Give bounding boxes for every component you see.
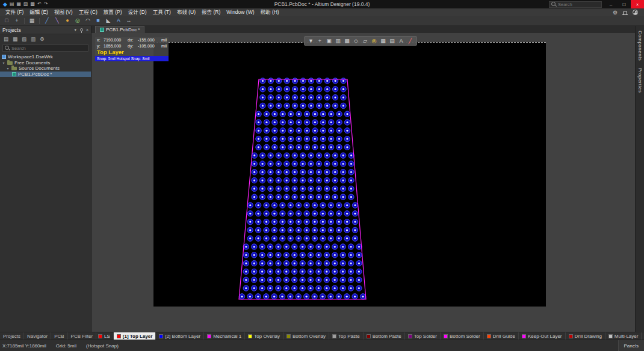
layer-tab-drill-guide[interactable]: Drill Guide: [484, 332, 519, 340]
layer-tab-label: Drill Guide: [493, 334, 515, 339]
layer-tab-multi-layer[interactable]: Multi-Layer: [605, 332, 642, 340]
chevron-down-icon[interactable]: ▾: [6, 66, 10, 70]
layer-tab-bottom-overlay[interactable]: Bottom Overlay: [283, 332, 329, 340]
save-project-icon[interactable]: ▤: [4, 36, 8, 42]
layer-tab-top-paste[interactable]: Top Paste: [329, 332, 364, 340]
projects-search[interactable]: [2, 44, 88, 52]
menu-view[interactable]: 视图 (V): [51, 8, 76, 16]
user-account-icon[interactable]: [633, 10, 638, 15]
layer-tab-label: Bottom Paste: [373, 334, 401, 339]
chevron-down-icon[interactable]: ▾: [2, 61, 5, 65]
tree-item-label: Source Documents: [19, 66, 60, 71]
dimension-tool-icon[interactable]: ↔: [125, 16, 133, 25]
polygon-tool-icon[interactable]: ◣: [104, 16, 113, 25]
grid-icon[interactable]: ▦: [379, 37, 387, 45]
minimize-button[interactable]: –: [604, 0, 618, 8]
filter-icon[interactable]: ▼: [307, 37, 315, 45]
layer-tab-top-solder[interactable]: Top Solder: [405, 332, 441, 340]
string-tool-icon[interactable]: A: [114, 16, 123, 25]
compile-project-icon[interactable]: ▦: [13, 36, 17, 42]
new-document-icon[interactable]: ▤: [10, 0, 14, 8]
pcb-canvas[interactable]: x: 7190.000 dx: -155.000 mil y: 1855.000…: [91, 33, 635, 332]
app-logo: ◆: [3, 0, 7, 8]
tab-pcb1-pcbdoc[interactable]: PCB1.PcbDoc *: [95, 26, 144, 33]
maximize-button[interactable]: □: [618, 0, 631, 8]
layer-tab-bottom-solder[interactable]: Bottom Solder: [441, 332, 484, 340]
redo-icon[interactable]: ↷: [44, 0, 48, 8]
menu-reports[interactable]: 报告 (R): [199, 8, 223, 16]
menu-window[interactable]: Window (W): [223, 8, 257, 16]
tab-properties[interactable]: Properties: [637, 68, 643, 93]
tab-pcb-filter[interactable]: PCB Filter: [68, 332, 96, 340]
tab-navigator[interactable]: Navigator: [24, 332, 51, 340]
menu-design[interactable]: 设计 (D): [125, 8, 150, 16]
global-search[interactable]: [549, 1, 602, 8]
menu-project[interactable]: 工程 (C): [76, 8, 101, 16]
layer-tab-keep-out[interactable]: Keep-Out Layer: [519, 332, 565, 340]
panel-close-icon[interactable]: ×: [86, 28, 88, 32]
snap-options-icon[interactable]: ◎: [370, 37, 378, 45]
menu-help[interactable]: 帮助 (H): [258, 8, 282, 16]
tree-item-pcb1[interactable]: PCB1.PcbDoc *: [0, 72, 91, 78]
layer-tab-bottom-paste[interactable]: Bottom Paste: [364, 332, 405, 340]
menu-tools[interactable]: 工具 (T): [150, 8, 174, 16]
via-tool-icon[interactable]: ◎: [73, 16, 82, 25]
hud-active-layer: Top Layer: [95, 49, 169, 56]
save-icon[interactable]: ▦: [16, 0, 21, 8]
layer-tab-top-overlay[interactable]: Top Overlay: [245, 332, 283, 340]
crosshair-icon[interactable]: +: [316, 37, 324, 45]
pcb-sheet[interactable]: [153, 42, 546, 307]
grid-settings-icon[interactable]: ▦: [28, 16, 36, 25]
tree-item-source-documents[interactable]: ▾ Source Documents: [0, 66, 91, 72]
tab-projects[interactable]: Projects: [0, 332, 24, 340]
layer-tab-drill-drawing[interactable]: Drill Drawing: [566, 332, 605, 340]
pad-tool-icon[interactable]: ●: [63, 16, 72, 25]
panels-button[interactable]: Panels: [618, 340, 644, 351]
projects-panel-header: Projects ▾ ×: [0, 26, 91, 34]
menu-file[interactable]: 文件 (F): [2, 8, 26, 16]
tab-components[interactable]: Components: [637, 31, 643, 61]
layer-tab-label: Multi-Layer: [615, 334, 639, 339]
save-all-icon[interactable]: ▩: [31, 0, 36, 8]
tree-item-workspace[interactable]: Workspace1.DsnWrk: [0, 54, 91, 60]
layer-tab-top[interactable]: [1] Top Layer: [114, 332, 156, 340]
menu-route[interactable]: 布线 (U): [174, 8, 199, 16]
project-options-icon[interactable]: ▧: [22, 36, 26, 42]
menu-edit[interactable]: 编辑 (E): [26, 8, 51, 16]
move-tool-icon[interactable]: +: [13, 16, 21, 25]
text-tool-icon[interactable]: A: [397, 37, 405, 45]
settings-gear-icon[interactable]: ⚙: [40, 36, 45, 42]
quick-access-toolbar: ◆ ▤ ▦ ▨ ▩ ↶ ↷: [0, 0, 51, 8]
search-input[interactable]: [558, 2, 599, 7]
notifications-icon[interactable]: [623, 11, 627, 14]
layer-sets-button[interactable]: LS: [95, 332, 114, 340]
wand-select-icon[interactable]: ◇: [352, 37, 360, 45]
tab-pcb[interactable]: PCB: [51, 332, 67, 340]
toolbar-separator: [39, 18, 40, 24]
board-view-icon[interactable]: ▤: [388, 37, 396, 45]
close-button[interactable]: ×: [631, 0, 644, 8]
pin-icon[interactable]: [80, 28, 83, 31]
fill-tool-icon[interactable]: ■: [94, 16, 102, 25]
refresh-icon[interactable]: ▥: [31, 36, 36, 42]
column-select-icon[interactable]: ▥: [334, 37, 342, 45]
pencil-tool-icon[interactable]: ╱: [406, 37, 414, 45]
search-icon: [551, 2, 556, 7]
select-tool-icon[interactable]: □: [2, 16, 11, 25]
projects-search-input[interactable]: [11, 46, 86, 51]
gear-icon[interactable]: ⚙: [613, 10, 618, 16]
arc-tool-icon[interactable]: ◠: [84, 16, 92, 25]
layer-tab-bottom[interactable]: [2] Bottom Layer: [156, 332, 204, 340]
open-icon[interactable]: ▨: [23, 0, 28, 8]
measure-icon[interactable]: ▱: [361, 37, 369, 45]
diff-pair-tool-icon[interactable]: ╲: [53, 16, 61, 25]
undo-icon[interactable]: ↶: [37, 0, 42, 8]
area-select-icon[interactable]: ▣: [325, 37, 333, 45]
overlay-mode-icon[interactable]: ▩: [343, 37, 351, 45]
panel-menu-icon[interactable]: ▾: [74, 28, 76, 32]
menu-place[interactable]: 放置 (P): [101, 8, 125, 16]
tree-item-free-documents[interactable]: ▾ Free Documents: [0, 60, 91, 66]
layer-tab-mechanical-1[interactable]: Mechanical 1: [204, 332, 245, 340]
route-tool-icon[interactable]: ╱: [43, 16, 51, 25]
layer-tab-label: Top Overlay: [254, 334, 280, 339]
